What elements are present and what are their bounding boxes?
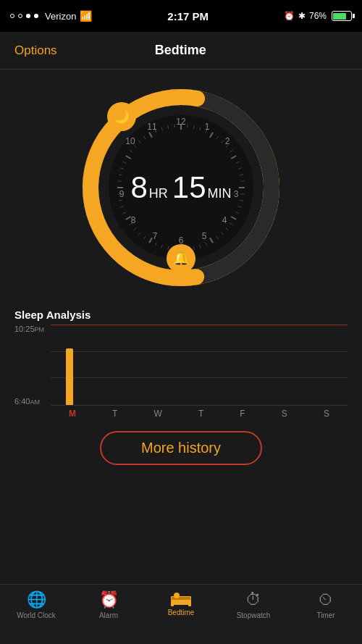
tab-alarm[interactable]: ⏰ Alarm	[72, 590, 145, 619]
signal-dot-4	[34, 14, 38, 18]
clock-section: 12 1 2 3 4 5 6 7 8	[0, 70, 362, 301]
clock-num-9: 9	[114, 189, 129, 199]
signal-dot-2	[18, 14, 22, 18]
clock-num-7: 7	[148, 231, 162, 241]
wake-handle[interactable]: 🔔	[167, 244, 195, 273]
carrier-label: Verizon	[45, 11, 76, 22]
svg-rect-67	[188, 601, 191, 606]
nav-bar: Options Bedtime	[0, 32, 362, 70]
status-time: 2:17 PM	[167, 10, 209, 22]
chart-grid-2	[51, 377, 348, 378]
stopwatch-label: Stopwatch	[237, 611, 271, 619]
chart-day-3: T	[198, 409, 203, 419]
bedtime-icon	[171, 590, 191, 606]
svg-rect-64	[171, 599, 191, 605]
chart-time-bottom: 6:40AM	[14, 397, 40, 406]
chart-area	[51, 325, 348, 406]
sleep-analysis-title: Sleep Analysis	[14, 309, 348, 321]
signal-dot-3	[26, 14, 30, 18]
alarm-label: Alarm	[99, 611, 118, 619]
timer-icon: ⏲	[318, 590, 334, 609]
clock-face: 12 1 2 3 4 5 6 7 8	[109, 115, 253, 260]
stopwatch-icon: ⏱	[245, 590, 261, 609]
status-left: Verizon 📶	[10, 10, 92, 22]
clock-container[interactable]: 12 1 2 3 4 5 6 7 8	[80, 86, 282, 289]
wifi-icon: 📶	[80, 10, 92, 22]
chart-grid-1	[51, 351, 348, 352]
world-clock-label: World Clock	[17, 611, 56, 619]
svg-rect-66	[171, 601, 174, 606]
status-right: ⏰ ✱ 76%	[284, 11, 352, 21]
tab-world-clock[interactable]: 🌐 World Clock	[0, 590, 72, 619]
clock-numbers-container: 12 1 2 3 4 5 6 7 8	[109, 115, 253, 260]
chart-container: 10:25PM 6:40AM M T W T F	[14, 325, 348, 419]
alarm-icon: ⏰	[99, 590, 119, 609]
chart-day-6: S	[324, 409, 329, 419]
clock-num-2: 2	[220, 136, 235, 146]
sleep-handle[interactable]: 🌙	[107, 102, 136, 131]
tab-stopwatch[interactable]: ⏱ Stopwatch	[217, 590, 290, 619]
tab-bedtime[interactable]: Bedtime	[145, 590, 217, 616]
world-clock-icon: 🌐	[27, 590, 46, 609]
more-history-section: More history	[0, 422, 362, 471]
chart-days: M T W T F S S	[51, 409, 348, 419]
clock-num-3: 3	[229, 189, 243, 199]
tab-bar: 🌐 World Clock ⏰ Alarm Bedtime ⏱ Stopwatc…	[0, 584, 362, 644]
main-content: 12 1 2 3 4 5 6 7 8	[0, 70, 362, 584]
chart-top-line	[51, 325, 348, 325]
clock-num-1: 1	[200, 122, 214, 132]
timer-label: Timer	[316, 611, 334, 619]
chart-time-top: 10:25PM	[14, 325, 44, 333]
chart-day-0: M	[69, 409, 76, 419]
battery-percent: 76%	[309, 11, 327, 21]
chart-day-5: S	[282, 409, 287, 419]
chart-bar-monday	[66, 348, 73, 405]
moon-icon: 🌙	[114, 109, 130, 125]
clock-num-8: 8	[126, 215, 140, 225]
options-button[interactable]: Options	[14, 43, 57, 58]
clock-num-5: 5	[197, 231, 211, 241]
clock-num-4: 4	[217, 215, 232, 225]
sleep-analysis-section: Sleep Analysis 10:25PM 6:40AM M	[0, 301, 362, 422]
clock-num-11: 11	[145, 122, 159, 132]
battery-icon	[332, 11, 352, 21]
clock-num-10: 10	[123, 136, 138, 146]
chart-day-2: W	[154, 409, 162, 419]
signal-dot-1	[10, 14, 14, 18]
more-history-button[interactable]: More history	[100, 431, 262, 465]
alarm-status-icon: ⏰	[284, 11, 295, 21]
clock-num-12: 12	[174, 117, 188, 127]
chart-day-1: T	[112, 409, 117, 419]
nav-title: Bedtime	[155, 43, 206, 58]
svg-rect-68	[172, 597, 190, 600]
bluetooth-icon: ✱	[298, 11, 306, 21]
tab-timer[interactable]: ⏲ Timer	[290, 590, 362, 619]
chart-day-4: F	[240, 409, 245, 419]
bell-icon: 🔔	[173, 251, 189, 267]
svg-point-69	[174, 593, 180, 598]
bedtime-label: Bedtime	[168, 609, 195, 616]
status-bar: Verizon 📶 2:17 PM ⏰ ✱ 76%	[0, 0, 362, 32]
